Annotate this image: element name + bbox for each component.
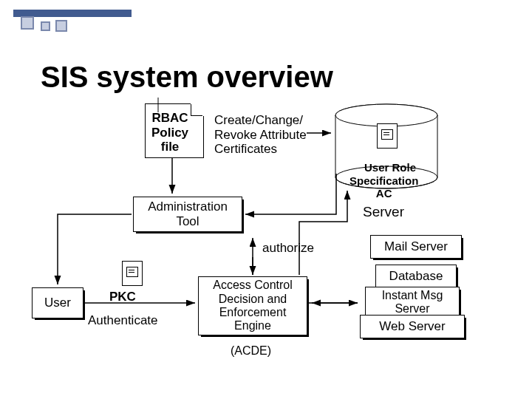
mail-server-label: Mail Server (384, 239, 448, 254)
page-title: SIS system overview (41, 61, 333, 94)
header-square (55, 20, 67, 32)
admin-tool-box: Administration Tool (133, 197, 242, 232)
database-label: Database (389, 269, 443, 284)
user-role-doc-icon (377, 123, 398, 149)
user-box: User (32, 287, 83, 318)
pkc-label: PKC (109, 290, 136, 304)
web-server-label: Web Server (379, 319, 445, 334)
mail-server-box: Mail Server (370, 235, 462, 259)
rbac-label: RBAC Policy file (151, 111, 188, 154)
web-server-box: Web Server (360, 315, 465, 338)
instant-msg-box: Instant Msg Server (365, 287, 460, 318)
header-square (21, 16, 34, 30)
pkc-doc-icon (122, 261, 143, 286)
user-label: User (44, 296, 71, 310)
acde-box: Access Control Decision and Enforcement … (198, 276, 307, 335)
instant-msg-label: Instant Msg Server (382, 289, 443, 316)
user-role-spec-text: User Role Specification AC (349, 161, 418, 200)
acde-abbrev: (ACDE) (231, 344, 271, 358)
header-square (41, 21, 50, 31)
user-role-spec-label: User Role Specification AC (349, 149, 418, 212)
authenticate-label: Authenticate (88, 313, 158, 328)
authorize-label: authorize (262, 241, 314, 256)
database-box: Database (375, 265, 457, 288)
create-change-label: Create/Change/ Revoke Attribute Certific… (214, 113, 307, 157)
server-label: Server (363, 204, 404, 220)
admin-tool-label: Administration Tool (148, 200, 228, 228)
acde-label: Access Control Decision and Enforcement … (213, 279, 293, 333)
